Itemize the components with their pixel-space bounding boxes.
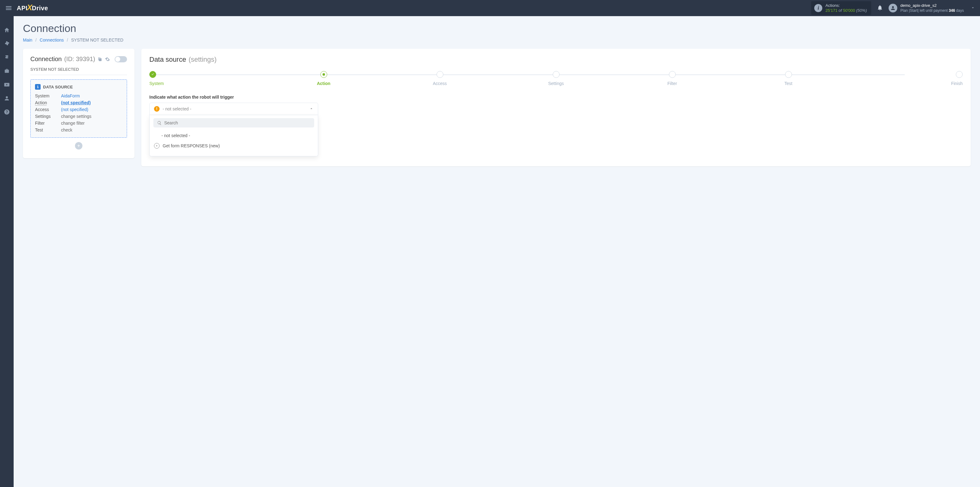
- nav-home-icon[interactable]: [3, 27, 10, 34]
- user-plan: Plan |Start| left until payment 346 days: [900, 8, 964, 13]
- copy-icon[interactable]: [98, 57, 103, 62]
- row-access-label: Access: [35, 107, 61, 112]
- row-filter-value[interactable]: change filter: [61, 121, 123, 126]
- actions-total: 50'000: [843, 8, 855, 13]
- actions-of: of: [839, 8, 842, 13]
- step-badge: 1: [35, 84, 41, 89]
- connection-subtitle: SYSTEM NOT SELECTED: [30, 67, 127, 75]
- row-filter-label: Filter: [35, 121, 61, 126]
- action-dropdown: ! - not selected - - not selected - Get …: [150, 103, 318, 156]
- step-finish[interactable]: Finish: [846, 71, 963, 86]
- settings-card: Data source (settings) System Action: [141, 49, 971, 166]
- avatar-icon: [889, 4, 897, 13]
- step-access[interactable]: Access: [382, 71, 498, 86]
- nav-billing-icon[interactable]: [3, 54, 10, 61]
- bell-icon[interactable]: [877, 5, 883, 12]
- info-icon: i: [814, 4, 822, 12]
- connection-title: Connection: [30, 56, 62, 63]
- play-icon: [154, 143, 159, 148]
- action-prompt: Indicate what action the robot will trig…: [150, 94, 963, 100]
- step-filter[interactable]: Filter: [614, 71, 730, 86]
- page-title: Connection: [23, 22, 971, 34]
- row-action-label: Action: [35, 100, 61, 105]
- step-system[interactable]: System: [150, 71, 266, 86]
- nav-profile-icon[interactable]: [3, 95, 10, 102]
- nav-connections-icon[interactable]: [3, 40, 10, 47]
- row-action-value[interactable]: (not specified): [61, 100, 123, 105]
- nav-video-icon[interactable]: [3, 81, 10, 88]
- actions-label: Actions:: [826, 3, 867, 8]
- crumb-current: SYSTEM NOT SELECTED: [71, 38, 124, 43]
- actions-used: 25'171: [826, 8, 837, 13]
- sidenav: [0, 16, 14, 487]
- data-source-box[interactable]: 1 DATA SOURCE System AidaForm Action (no…: [30, 80, 127, 138]
- search-input[interactable]: [164, 120, 310, 125]
- row-access-value[interactable]: (not specified): [61, 107, 123, 112]
- connection-id: (ID: 39391): [64, 56, 95, 63]
- add-step-button[interactable]: +: [75, 142, 83, 150]
- chevron-down-icon[interactable]: [971, 6, 975, 11]
- data-source-heading: DATA SOURCE: [43, 85, 73, 89]
- step-action[interactable]: Action: [266, 71, 382, 86]
- connection-toggle[interactable]: [115, 56, 127, 62]
- user-name: demo_apix-drive_s2: [900, 3, 964, 8]
- dropdown-selected: - not selected -: [163, 106, 306, 111]
- logo[interactable]: APIXDrive: [17, 3, 48, 13]
- nav-briefcase-icon[interactable]: [3, 68, 10, 75]
- nav-help-icon[interactable]: [3, 109, 10, 115]
- dropdown-panel: - not selected - Get form RESPONSES (new…: [150, 115, 318, 156]
- crumb-connections[interactable]: Connections: [40, 38, 64, 43]
- content: Connection Main / Connections / SYSTEM N…: [14, 16, 980, 487]
- dropdown-toggle[interactable]: ! - not selected -: [150, 103, 318, 115]
- step-test[interactable]: Test: [730, 71, 846, 86]
- row-system-value[interactable]: AidaForm: [61, 93, 123, 98]
- breadcrumb: Main / Connections / SYSTEM NOT SELECTED: [23, 38, 971, 43]
- user-menu[interactable]: demo_apix-drive_s2 Plan |Start| left unt…: [889, 3, 975, 13]
- option-get-responses[interactable]: Get form RESPONSES (new): [153, 141, 314, 151]
- row-test-label: Test: [35, 128, 61, 133]
- connection-card: Connection (ID: 39391) SYSTEM NOT SELECT…: [23, 49, 134, 158]
- gear-icon[interactable]: [105, 57, 110, 62]
- row-settings-label: Settings: [35, 114, 61, 119]
- right-title: Data source: [150, 56, 186, 64]
- actions-counter[interactable]: i Actions: 25'171 of 50'000 (50%): [811, 1, 871, 15]
- warning-icon: !: [154, 106, 159, 112]
- hamburger-icon[interactable]: [5, 4, 13, 12]
- row-system-label: System: [35, 93, 61, 98]
- row-settings-value[interactable]: change settings: [61, 114, 123, 119]
- dropdown-search[interactable]: [153, 118, 314, 128]
- stepper: System Action Access Settings: [150, 71, 963, 86]
- crumb-main[interactable]: Main: [23, 38, 32, 43]
- search-icon: [157, 121, 162, 125]
- actions-pct: (50%): [856, 8, 867, 13]
- option-not-selected[interactable]: - not selected -: [153, 131, 314, 141]
- right-sub: (settings): [189, 56, 216, 64]
- topbar: APIXDrive i Actions: 25'171 of 50'000 (5…: [0, 0, 980, 16]
- row-test-value[interactable]: check: [61, 128, 123, 133]
- chevron-up-icon: [309, 106, 313, 112]
- step-settings[interactable]: Settings: [498, 71, 614, 86]
